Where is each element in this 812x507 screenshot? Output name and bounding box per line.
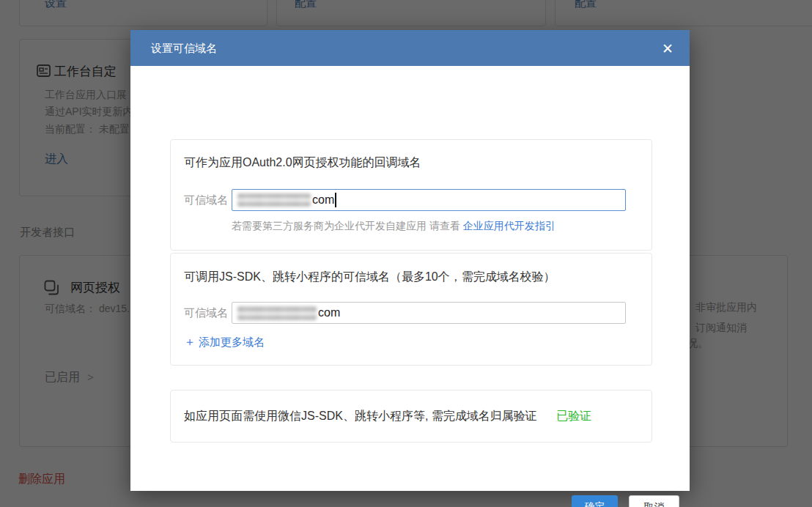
dialog-body: 可作为应用OAuth2.0网页授权功能的回调域名 可信域名 com 若需要第三方… (130, 66, 690, 491)
jssdk-section-title: 可调用JS-SDK、跳转小程序的可信域名（最多10个，需完成域名校验） (184, 270, 556, 285)
redacted-domain-blur (237, 193, 311, 207)
text-caret (335, 193, 336, 207)
dialog-header: 设置可信域名 ✕ (130, 30, 690, 66)
confirm-button[interactable]: 确定 (572, 495, 618, 507)
jssdk-domain-label: 可信域名 (184, 306, 228, 320)
oauth-domain-section: 可作为应用OAuth2.0网页授权功能的回调域名 可信域名 com 若需要第三方… (170, 139, 652, 251)
jssdk-domain-section: 可调用JS-SDK、跳转小程序的可信域名（最多10个，需完成域名校验） 可信域名… (170, 253, 652, 366)
trusted-domain-dialog: 设置可信域名 ✕ 可作为应用OAuth2.0网页授权功能的回调域名 可信域名 c… (130, 30, 690, 491)
oauth-domain-visible-text: com (312, 193, 334, 207)
oauth-helper-row: 若需要第三方服务商为企业代开发自建应用 请查看 企业应用代开发指引 (232, 220, 556, 233)
dialog-title: 设置可信域名 (151, 41, 217, 55)
jssdk-domain-visible-text: com (318, 306, 340, 319)
verify-section: 如应用页面需使用微信JS-SDK、跳转小程序等, 需完成域名归属验证 已验证 (170, 390, 652, 443)
verify-text: 如应用页面需使用微信JS-SDK、跳转小程序等, 需完成域名归属验证 (184, 410, 537, 422)
close-icon[interactable]: ✕ (662, 41, 673, 55)
verified-link[interactable]: 已验证 (556, 410, 591, 422)
add-domain-link[interactable]: ＋添加更多域名 (184, 335, 265, 350)
dev-guide-link[interactable]: 企业应用代开发指引 (463, 220, 556, 232)
oauth-domain-input[interactable]: com (232, 189, 626, 211)
oauth-section-title: 可作为应用OAuth2.0网页授权功能的回调域名 (184, 155, 421, 171)
oauth-helper-text: 若需要第三方服务商为企业代开发自建应用 请查看 (232, 220, 460, 232)
oauth-domain-label: 可信域名 (184, 193, 228, 207)
add-domain-label: 添加更多域名 (199, 336, 265, 348)
cancel-button[interactable]: 取消 (629, 495, 679, 507)
redacted-domain-blur (237, 306, 317, 320)
verify-text-row: 如应用页面需使用微信JS-SDK、跳转小程序等, 需完成域名归属验证 已验证 (184, 409, 591, 424)
jssdk-domain-input[interactable]: com (232, 302, 626, 324)
page-root: 设置 配置 配置 工作台自定 工作台应用入口展 通过API实时更新内 当前配置：… (0, 0, 812, 507)
plus-icon: ＋ (184, 336, 196, 348)
